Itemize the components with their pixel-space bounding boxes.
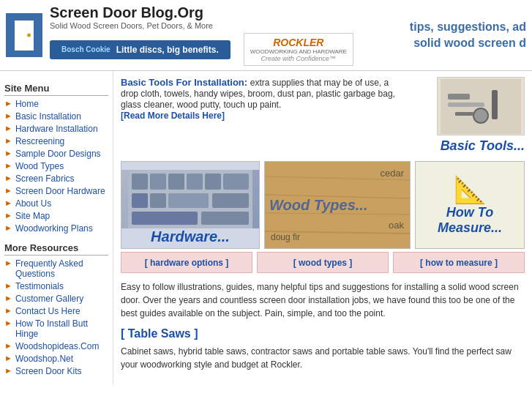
sidebar-item-screen-fabrics[interactable]: ► Screen Fabrics (4, 174, 108, 184)
sidebar-link-faq[interactable]: Frequently Asked Questions (15, 258, 108, 279)
sidebar-link-home[interactable]: Home (15, 99, 39, 109)
hardware-image (121, 170, 259, 228)
sidebar-item-testimonials[interactable]: ► Testimonials (4, 281, 108, 291)
hardware-card[interactable]: Hardware... (121, 161, 260, 249)
measure-link-box[interactable]: [ how to measure ] (393, 252, 525, 273)
sidebar-link-customer-gallery[interactable]: Customer Gallery (15, 294, 83, 304)
svg-rect-8 (150, 174, 166, 190)
sidebar-resources: ► Frequently Asked Questions ► Testimoni… (4, 258, 108, 376)
sidebar-item-faq[interactable]: ► Frequently Asked Questions (4, 258, 108, 279)
header-text: Screen Door Blog.Org Solid Wood Screen D… (50, 4, 402, 66)
sidebar-item-wood-types[interactable]: ► Wood Types (4, 161, 108, 171)
svg-rect-3 (492, 90, 498, 119)
sidebar-link-butt-hinge[interactable]: How To Install Butt Hinge (15, 318, 108, 339)
wood-grain-svg (265, 162, 410, 248)
sidebar-link-testimonials[interactable]: Testimonials (15, 281, 64, 291)
svg-rect-18 (201, 212, 249, 225)
sidebar-link-sample-door-designs[interactable]: Sample Door Designs (15, 149, 101, 159)
rockler-ad[interactable]: ROCKLER WOODWORKING AND HARDWARE Create … (244, 33, 353, 66)
sidebar-link-basic-installation[interactable]: Basic Installation (15, 111, 81, 122)
sidebar-item-screen-door-hardware[interactable]: ► Screen Door Hardware (4, 186, 108, 196)
tools-photo (437, 77, 525, 135)
slogan-line1: tips, suggestions, ad (410, 19, 526, 35)
svg-rect-16 (212, 193, 249, 208)
svg-rect-17 (132, 212, 198, 225)
sidebar-link-screen-door-kits[interactable]: Screen Door Kits (15, 366, 82, 376)
tools-label: Basic Tools... (408, 138, 525, 154)
site-title: Screen Door Blog.Org (50, 4, 402, 21)
bullet-icon: ► (4, 341, 12, 350)
sidebar-link-hardware-installation[interactable]: Hardware Installation (15, 124, 98, 134)
bullet-icon: ► (4, 211, 12, 220)
bullet-icon: ► (4, 258, 12, 267)
sidebar-link-screen-fabrics[interactable]: Screen Fabrics (15, 174, 75, 184)
how-to-measure-link[interactable]: [ how to measure ] (420, 258, 498, 268)
header: Screen Door Blog.Org Solid Wood Screen D… (0, 0, 532, 71)
svg-rect-11 (205, 174, 221, 190)
sidebar-item-about-us[interactable]: ► About Us (4, 198, 108, 209)
svg-rect-9 (168, 174, 184, 190)
sidebar-item-woodshop-net[interactable]: ► Woodshop.Net (4, 354, 108, 364)
sidebar-item-site-map[interactable]: ► Site Map (4, 211, 108, 221)
sidebar-item-butt-hinge[interactable]: ► How To Install Butt Hinge (4, 318, 108, 339)
bullet-icon: ► (4, 136, 12, 145)
tools-section: Basic Tools For Installation: extra supp… (121, 77, 525, 154)
sidebar-item-customer-gallery[interactable]: ► Customer Gallery (4, 294, 108, 304)
table-saws-text: Cabinet saws, hybrid table saws, contrac… (121, 345, 525, 371)
page-layout: Site Menu ► Home ► Basic Installation ► … (0, 71, 532, 384)
sidebar-resources-title: More Resources (4, 242, 108, 256)
sidebar-item-basic-installation[interactable]: ► Basic Installation (4, 111, 108, 122)
svg-rect-5 (455, 112, 473, 116)
link-row: [ hardware options ] [ wood types ] [ ho… (121, 252, 525, 273)
tools-image-area: Basic Tools... (408, 77, 525, 154)
table-saws-heading[interactable]: [ Table Saws ] (121, 327, 525, 340)
measure-label: How To Measure... (416, 205, 524, 236)
tools-heading: Basic Tools For Installation: (121, 77, 247, 88)
svg-rect-12 (223, 174, 249, 190)
wood-types-link[interactable]: [ wood types ] (293, 258, 353, 268)
svg-rect-14 (150, 193, 166, 208)
bullet-icon: ► (4, 149, 12, 157)
bullet-icon: ► (4, 318, 12, 327)
wood-link-box[interactable]: [ wood types ] (257, 252, 389, 273)
sidebar-item-hardware-installation[interactable]: ► Hardware Installation (4, 124, 108, 134)
measure-card[interactable]: 📐 How To Measure... (415, 161, 525, 249)
bullet-icon: ► (4, 174, 12, 182)
sidebar-link-wood-types[interactable]: Wood Types (15, 161, 64, 171)
sidebar-item-woodshopideas[interactable]: ► Woodshopideas.Com (4, 341, 108, 351)
sidebar-link-site-map[interactable]: Site Map (15, 211, 50, 221)
bullet-icon: ► (4, 366, 12, 375)
sidebar-link-woodshop-net[interactable]: Woodshop.Net (15, 354, 73, 364)
bosch-brand: Bosch Cookie (61, 45, 110, 53)
hardware-options-link[interactable]: [ hardware options ] (145, 258, 229, 268)
bosch-banner[interactable]: Bosch Cookie Little discs, big benefits. (50, 40, 231, 59)
sidebar-item-sample-door-designs[interactable]: ► Sample Door Designs (4, 149, 108, 159)
sidebar-item-rescreening[interactable]: ► Rescreening (4, 136, 108, 146)
sidebar-link-woodworking-plans[interactable]: Woodworking Plans (15, 223, 93, 234)
sidebar-item-home[interactable]: ► Home (4, 99, 108, 109)
wood-card[interactable]: Wood Types... cedar doug fir oak (264, 161, 411, 249)
sidebar-link-screen-door-hardware[interactable]: Screen Door Hardware (15, 186, 105, 196)
sidebar-item-contact-us[interactable]: ► Contact Us Here (4, 306, 108, 316)
bullet-icon: ► (4, 124, 12, 133)
hardware-link-box[interactable]: [ hardware options ] (121, 252, 252, 273)
sidebar-link-rescreening[interactable]: Rescreening (15, 136, 64, 146)
slogan-line2: solid wood screen d (410, 35, 526, 51)
sidebar-link-contact-us[interactable]: Contact Us Here (15, 306, 80, 316)
sidebar-item-woodworking-plans[interactable]: ► Woodworking Plans (4, 223, 108, 234)
table-saws-link[interactable]: [ Table Saws ] (121, 327, 198, 340)
bullet-icon: ► (4, 223, 12, 232)
svg-rect-19 (265, 162, 410, 248)
sidebar-item-screen-door-kits[interactable]: ► Screen Door Kits (4, 366, 108, 376)
rockler-tagline: Create with Confidence™ (261, 55, 337, 62)
sidebar-link-woodshopideas[interactable]: Woodshopideas.Com (15, 341, 100, 351)
tools-read-more[interactable]: [Read More Details Here] (121, 111, 225, 121)
measure-icon: 📐 (454, 174, 487, 205)
rockler-woodworking: WOODWORKING AND HARDWARE (250, 48, 347, 55)
bullet-icon: ► (4, 99, 12, 108)
svg-rect-2 (448, 102, 484, 107)
sidebar-link-about-us[interactable]: About Us (15, 198, 51, 209)
bullet-icon: ► (4, 161, 12, 170)
site-logo (6, 13, 42, 57)
sidebar-menu: ► Home ► Basic Installation ► Hardware I… (4, 99, 108, 234)
